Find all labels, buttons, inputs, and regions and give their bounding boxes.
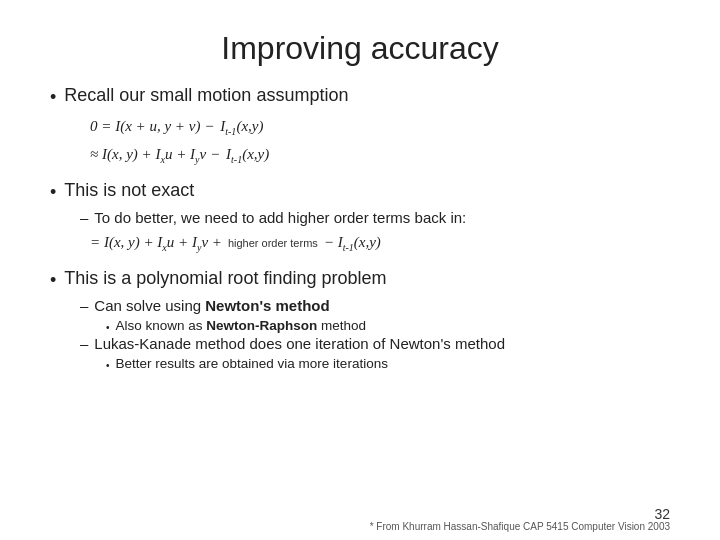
bullet-polynomial: • This is a polynomial root finding prob… bbox=[50, 268, 670, 291]
bullet-dot-1: • bbox=[50, 87, 56, 108]
math-line-3: = I(x, y) + Ixu + Iyv + higher order ter… bbox=[90, 230, 670, 256]
slide: Improving accuracy • Recall our small mo… bbox=[0, 0, 720, 540]
page-number: 32 bbox=[654, 506, 670, 522]
sub-sub-bullet-more-iterations: • Better results are obtained via more i… bbox=[106, 356, 670, 371]
sub-sub-dot-1: • bbox=[106, 322, 110, 333]
sub-bullet-lukas-text: Lukas-Kanade method does one iteration o… bbox=[94, 335, 505, 352]
bullet-not-exact: • This is not exact bbox=[50, 180, 670, 203]
sub-bullet-to-do-better: – To do better, we need to add higher or… bbox=[80, 209, 670, 226]
bullet-not-exact-text: This is not exact bbox=[64, 180, 194, 201]
section-polynomial: • This is a polynomial root finding prob… bbox=[50, 268, 670, 373]
it-label-1: It-1(x,y) bbox=[220, 114, 263, 140]
math-line-1: 0 = I(x + u, y + v) − It-1(x,y) bbox=[90, 114, 670, 140]
bullet-recall-text: Recall our small motion assumption bbox=[64, 85, 348, 106]
sub-sub-text-newton-raphson: Also known as Newton-Raphson method bbox=[116, 318, 367, 333]
bullet-recall: • Recall our small motion assumption bbox=[50, 85, 670, 108]
footnote: * From Khurram Hassan-Shafique CAP 5415 … bbox=[370, 521, 670, 532]
sub-bullet-to-do-better-text: To do better, we need to add higher orde… bbox=[94, 209, 466, 226]
math-line-2: ≈ I(x, y) + Ixu + Iyv − It-1(x,y) bbox=[90, 142, 670, 168]
higher-order-text: higher order terms bbox=[228, 234, 318, 253]
math-eq-1: 0 = I(x + u, y + v) − bbox=[90, 114, 214, 140]
math-block-recall: 0 = I(x + u, y + v) − It-1(x,y) ≈ I(x, y… bbox=[90, 114, 670, 168]
sub-bullet-newtons-text: Can solve using Newton's method bbox=[94, 297, 329, 314]
sub-bullet-newtons: – Can solve using Newton's method bbox=[80, 297, 670, 314]
bullet-dot-2: • bbox=[50, 182, 56, 203]
math-eq-2: ≈ I(x, y) + Ixu + Iyv − bbox=[90, 142, 220, 168]
sub-sub-text-more-iterations: Better results are obtained via more ite… bbox=[116, 356, 388, 371]
bullet-dot-3: • bbox=[50, 270, 56, 291]
bullet-polynomial-text: This is a polynomial root finding proble… bbox=[64, 268, 386, 289]
sub-bullet-lukas: – Lukas-Kanade method does one iteration… bbox=[80, 335, 670, 352]
sub-sub-dot-2: • bbox=[106, 360, 110, 371]
newton-raphson-bold: Newton-Raphson bbox=[206, 318, 317, 333]
math-block-higher-order: = I(x, y) + Ixu + Iyv + higher order ter… bbox=[90, 230, 670, 256]
sub-sub-bullet-newton-raphson: • Also known as Newton-Raphson method bbox=[106, 318, 670, 333]
dash-1: – bbox=[80, 209, 88, 226]
section-recall: • Recall our small motion assumption 0 =… bbox=[50, 85, 670, 172]
section-not-exact: • This is not exact – To do better, we n… bbox=[50, 180, 670, 260]
it-label-2: It-1(x,y) bbox=[226, 142, 269, 168]
slide-title: Improving accuracy bbox=[50, 30, 670, 67]
dash-3: – bbox=[80, 335, 88, 352]
dash-2: – bbox=[80, 297, 88, 314]
math-eq-3: = I(x, y) + Ixu + Iyv + bbox=[90, 230, 222, 256]
math-eq-3b: − It-1(x,y) bbox=[324, 230, 381, 256]
newtons-bold: Newton's method bbox=[205, 297, 329, 314]
